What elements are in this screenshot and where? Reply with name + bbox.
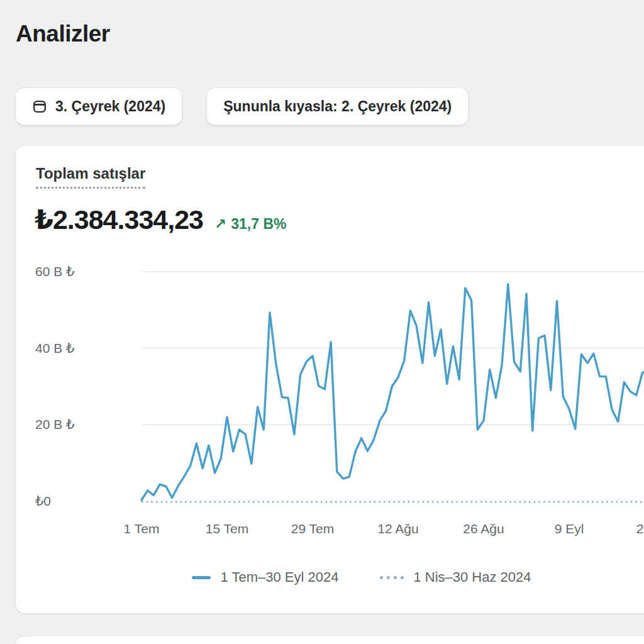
calendar-icon — [32, 99, 47, 114]
compare-filter-label: Şununla kıyasla: 2. Çeyrek (2024) — [223, 98, 452, 115]
period-filter-label: 3. Çeyrek (2024) — [55, 98, 165, 115]
page-title: Analizler — [16, 21, 110, 47]
legend-label-comparison: 1 Nis–30 Haz 2024 — [413, 569, 531, 586]
period-filter-button[interactable]: 3. Çeyrek (2024) — [16, 88, 182, 125]
compare-filter-button[interactable]: Şununla kıyasla: 2. Çeyrek (2024) — [207, 88, 468, 125]
next-card-partial — [16, 636, 644, 644]
solid-line-swatch-icon — [192, 576, 211, 579]
dotted-line-swatch-icon — [380, 576, 404, 579]
metric-delta-badge: ↗ 31,7 B% — [214, 216, 287, 233]
chart-legend: 1 Tem–30 Eyl 2024 1 Nis–30 Haz 2024 — [16, 569, 644, 586]
legend-item-current-period: 1 Tem–30 Eyl 2024 — [192, 569, 338, 586]
trend-up-arrow-icon: ↗ — [214, 216, 226, 233]
metric-row: ₺2.384.334,23 ↗ 31,7 B% — [35, 204, 287, 235]
legend-label-current: 1 Tem–30 Eyl 2024 — [220, 569, 338, 586]
total-sales-card: Toplam satışlar ₺2.384.334,23 ↗ 31,7 B% — [16, 146, 644, 613]
metric-value: ₺2.384.334,23 — [35, 204, 203, 235]
metric-delta-text: 31,7 B% — [231, 216, 286, 233]
metric-title[interactable]: Toplam satışlar — [36, 165, 145, 189]
legend-item-comparison-period: 1 Nis–30 Haz 2024 — [380, 569, 531, 586]
filter-row: 3. Çeyrek (2024) Şununla kıyasla: 2. Çey… — [16, 88, 468, 125]
